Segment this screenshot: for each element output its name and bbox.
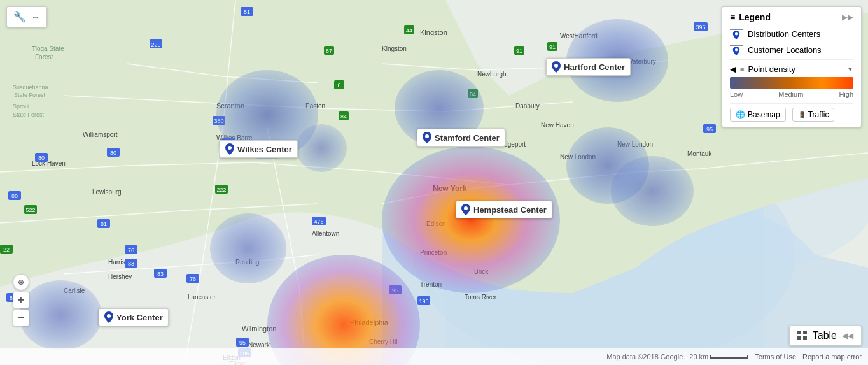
density-circle-icon: ● <box>739 64 745 74</box>
traffic-label: Traffic <box>808 110 829 119</box>
svg-text:76: 76 <box>190 276 196 282</box>
density-header: ◀ ● Point density ▼ <box>730 64 853 74</box>
svg-text:95: 95 <box>239 340 246 346</box>
svg-text:Forest: Forest <box>35 54 53 61</box>
density-labels: Low Medium High <box>730 90 853 98</box>
density-collapse-icon[interactable]: ◀ <box>730 64 736 74</box>
hempstead-pin-icon <box>461 204 470 215</box>
svg-text:Scranton: Scranton <box>216 102 244 110</box>
hartford-center-text: Hartford Center <box>564 62 625 72</box>
hempstead-center-text: Hempstead Center <box>473 205 547 215</box>
svg-text:84: 84 <box>340 113 347 120</box>
svg-text:Allentown: Allentown <box>312 230 339 237</box>
svg-text:New York: New York <box>433 184 467 193</box>
svg-text:87: 87 <box>326 48 332 54</box>
svg-text:476: 476 <box>314 218 323 225</box>
bottom-bar: Map data ©2018 Google 20 km Terms of Use… <box>0 348 868 365</box>
tools-panel[interactable]: 🔧 ↔ <box>6 6 47 27</box>
map-scale: 20 km <box>689 353 748 361</box>
svg-point-105 <box>107 314 111 318</box>
svg-text:22: 22 <box>3 247 10 253</box>
stamford-center-label: Stamford Center <box>417 129 505 147</box>
density-dropdown-icon[interactable]: ▼ <box>847 66 853 73</box>
york-pin-icon <box>104 311 113 323</box>
wilkes-pin-icon <box>225 143 234 155</box>
svg-text:Williamsport: Williamsport <box>83 131 118 138</box>
svg-text:83: 83 <box>128 261 134 267</box>
svg-text:WestHartford: WestHartford <box>560 32 598 39</box>
svg-text:Edison: Edison <box>426 220 446 227</box>
svg-text:Princeton: Princeton <box>420 249 447 256</box>
basemap-section: 🌐 Basemap 🚦 Traffic <box>730 103 853 122</box>
distribution-centers-item: Distribution Centers <box>730 27 853 40</box>
basemap-globe-icon: 🌐 <box>736 110 745 119</box>
zoom-out-button[interactable]: − <box>13 310 29 326</box>
legend-header: ≡ Legend ▶▶ <box>730 12 853 22</box>
svg-point-110 <box>735 32 738 35</box>
zoom-in-button[interactable]: + <box>13 292 29 308</box>
hartford-pin-icon <box>552 61 561 73</box>
stamford-center-text: Stamford Center <box>435 133 500 143</box>
svg-text:91: 91 <box>516 48 522 54</box>
svg-text:91: 91 <box>549 44 556 50</box>
svg-text:81: 81 <box>244 9 250 15</box>
svg-text:Trenton: Trenton <box>420 281 442 288</box>
york-center-text: York Center <box>116 313 163 322</box>
svg-text:83: 83 <box>157 271 164 277</box>
svg-text:Hershey: Hershey <box>108 273 132 280</box>
wilkes-center-label: Wilkes Center <box>220 140 298 158</box>
legend-list-icon: ≡ <box>730 12 735 22</box>
svg-text:Lancaster: Lancaster <box>188 294 216 301</box>
compass-button[interactable]: ⊕ <box>13 274 29 290</box>
svg-text:Kingston: Kingston <box>382 45 407 52</box>
svg-text:84: 84 <box>470 91 476 97</box>
scale-bar <box>710 355 748 359</box>
customer-line-icon <box>730 43 743 56</box>
density-label: Point density <box>748 64 844 74</box>
svg-text:Philadelphia: Philadelphia <box>350 318 389 326</box>
svg-point-111 <box>735 48 738 51</box>
table-grid-icon <box>797 331 808 341</box>
svg-text:80: 80 <box>11 193 18 199</box>
basemap-button[interactable]: 🌐 Basemap <box>730 108 786 122</box>
legend-title: Legend <box>739 12 771 22</box>
traffic-button[interactable]: 🚦 Traffic <box>792 108 835 122</box>
svg-text:81: 81 <box>101 221 107 227</box>
svg-text:New London: New London <box>560 154 596 161</box>
arrows-icon: ↔ <box>31 12 40 22</box>
svg-text:Tioga State: Tioga State <box>32 45 64 52</box>
svg-text:80: 80 <box>38 155 45 161</box>
zoom-controls: ⊕ + − <box>13 274 29 326</box>
table-panel[interactable]: Table ◀◀ <box>789 326 862 346</box>
svg-text:Waterbury: Waterbury <box>627 58 656 65</box>
density-section: ◀ ● Point density ▼ Low Medium High <box>730 59 853 98</box>
svg-text:State Forest: State Forest <box>14 92 46 98</box>
terms-of-use-link[interactable]: Terms of Use <box>755 353 796 361</box>
map-copyright: Map data ©2018 Google <box>606 353 683 361</box>
svg-text:Lewisburg: Lewisburg <box>92 189 122 196</box>
report-error-link[interactable]: Report a map error <box>802 353 862 361</box>
distribution-line-icon <box>730 27 743 40</box>
stamford-pin-icon <box>423 132 431 143</box>
svg-text:Danbury: Danbury <box>515 103 540 110</box>
svg-text:380: 380 <box>214 118 223 124</box>
density-high-label: High <box>839 90 853 98</box>
legend-expand-icon[interactable]: ▶▶ <box>842 13 853 22</box>
svg-text:95: 95 <box>706 126 713 132</box>
density-medium-label: Medium <box>778 90 803 98</box>
svg-text:220: 220 <box>151 41 160 48</box>
svg-text:Kingston: Kingston <box>420 29 447 36</box>
svg-point-108 <box>554 64 558 68</box>
customer-locations-item: Customer Locations <box>730 43 853 56</box>
svg-text:44: 44 <box>406 27 412 34</box>
svg-text:Toms River: Toms River <box>465 294 497 301</box>
svg-text:Montauk: Montauk <box>687 150 712 157</box>
traffic-icon: 🚦 <box>798 111 806 118</box>
svg-text:6: 6 <box>337 82 340 89</box>
svg-text:Carlisle: Carlisle <box>64 287 85 294</box>
legend-panel: ≡ Legend ▶▶ Distribution Centers <box>722 6 862 127</box>
distribution-centers-label: Distribution Centers <box>748 29 820 39</box>
customer-locations-label: Customer Locations <box>748 45 822 55</box>
svg-text:Cherry Hill: Cherry Hill <box>369 338 399 345</box>
basemap-label: Basemap <box>748 110 780 119</box>
